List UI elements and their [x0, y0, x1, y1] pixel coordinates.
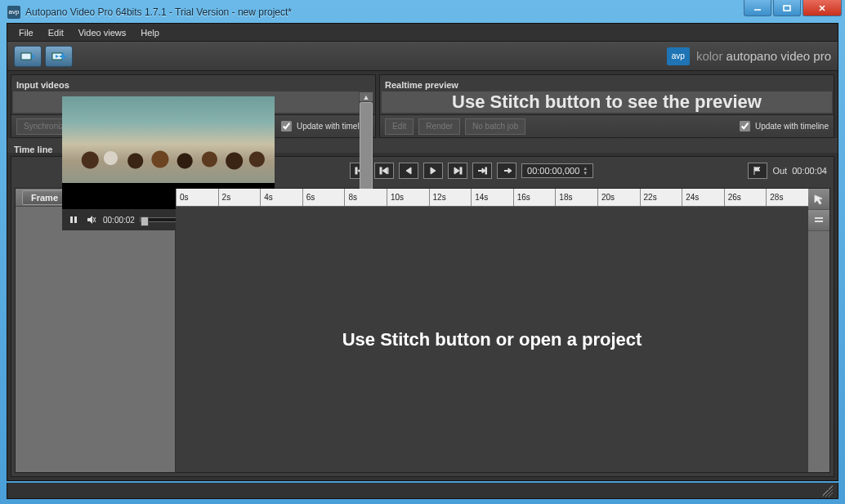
- statusbar: [7, 483, 838, 499]
- pointer-tool[interactable]: [808, 189, 829, 210]
- menu-file[interactable]: File: [12, 25, 40, 40]
- tick: 0s: [176, 189, 218, 206]
- menubar: File Edit Video views Help: [7, 24, 838, 42]
- frame-button[interactable]: Frame: [22, 190, 67, 205]
- svg-rect-4: [21, 53, 31, 60]
- tick: 28s: [766, 189, 808, 206]
- svg-marker-22: [454, 167, 459, 174]
- timecode-field[interactable]: 00:00:00,000 ▲▼: [521, 163, 593, 178]
- timeline-track-header: Frame: [16, 189, 176, 472]
- svg-marker-18: [382, 167, 387, 174]
- play-button[interactable]: [423, 163, 443, 179]
- svg-rect-11: [74, 216, 77, 223]
- titlebar[interactable]: avp Autopano Video Pro 64bits 1.7.1 - Tr…: [1, 1, 844, 24]
- window-title: Autopano Video Pro 64bits 1.7.1 - Trial …: [25, 7, 292, 18]
- preview-message: Use Stitch button to see the preview: [452, 91, 762, 113]
- svg-rect-15: [355, 167, 357, 174]
- play-back-button[interactable]: [399, 163, 418, 179]
- svg-rect-1: [784, 6, 790, 11]
- menu-edit[interactable]: Edit: [42, 25, 70, 40]
- add-video-icon: [51, 51, 66, 62]
- menu-video-views[interactable]: Video views: [72, 25, 133, 40]
- tick: 4s: [260, 189, 302, 206]
- svg-marker-20: [406, 167, 411, 174]
- tick: 12s: [429, 189, 472, 206]
- timeline-title: Time line: [14, 145, 52, 154]
- toolbar-btn-1[interactable]: [14, 46, 42, 67]
- window-maximize-button[interactable]: [773, 0, 801, 16]
- scroll-up-icon[interactable]: ▲: [359, 91, 373, 102]
- goto-out-button[interactable]: [497, 163, 516, 179]
- svg-marker-5: [32, 54, 35, 59]
- edit-button[interactable]: Edit: [385, 118, 414, 135]
- timeline-tool-column: [808, 189, 829, 472]
- window-minimize-button[interactable]: [744, 0, 771, 16]
- timeline-message: Use Stitch button or open a project: [342, 329, 642, 350]
- pause-button[interactable]: [67, 213, 80, 226]
- toolbar: avp kolor autopano video pro: [7, 42, 838, 71]
- tick: 8s: [344, 189, 387, 206]
- panel-preview-title: Realtime preview: [385, 80, 458, 90]
- out-time: 00:00:04: [792, 166, 827, 176]
- menu-help[interactable]: Help: [134, 25, 166, 40]
- svg-marker-25: [482, 168, 485, 173]
- tick: 18s: [555, 189, 597, 206]
- preview-update-timeline-checkbox[interactable]: Update with timeline: [740, 121, 829, 132]
- toolbar-btn-2[interactable]: [45, 46, 73, 67]
- svg-marker-21: [431, 167, 436, 174]
- tick: 14s: [471, 189, 513, 206]
- svg-rect-26: [485, 167, 487, 174]
- wizard-icon: [20, 51, 35, 62]
- tick: 26s: [724, 189, 767, 206]
- batch-button[interactable]: No batch job: [465, 118, 525, 135]
- svg-marker-12: [87, 216, 92, 224]
- tick: 2s: [218, 189, 261, 206]
- set-out-flag-button[interactable]: [748, 163, 767, 179]
- tick: 22s: [640, 189, 682, 206]
- svg-rect-17: [380, 167, 382, 174]
- window-frame: avp Autopano Video Pro 64bits 1.7.1 - Tr…: [0, 0, 845, 504]
- panel-input-title: Input videos: [16, 80, 69, 90]
- video-preview-image: [62, 96, 275, 183]
- step-forward-button[interactable]: [448, 163, 467, 179]
- step-back-button[interactable]: [374, 163, 394, 179]
- video-time-current: 00:00:02: [103, 216, 135, 225]
- input-update-timeline-checkbox[interactable]: Update with timeline: [281, 121, 370, 132]
- timeline-ruler[interactable]: 0s 2s 4s 6s 8s 10s 12s 14s 16s 18s 20s 2…: [176, 189, 808, 207]
- resize-grip-icon[interactable]: [821, 485, 833, 497]
- mute-button[interactable]: [85, 213, 98, 226]
- app-content: File Edit Video views Help avp kolor aut…: [7, 23, 838, 481]
- brand-badge: avp: [667, 47, 690, 65]
- svg-marker-28: [508, 168, 512, 173]
- spinner-icon[interactable]: ▲▼: [583, 166, 588, 176]
- svg-rect-10: [70, 216, 73, 223]
- app-icon: avp: [7, 6, 20, 19]
- tick: 16s: [513, 189, 556, 206]
- out-label: Out: [772, 166, 787, 176]
- goto-in-button[interactable]: [472, 163, 492, 179]
- tick: 24s: [682, 189, 724, 206]
- svg-rect-23: [460, 167, 462, 174]
- input-scrollbar[interactable]: ▲ ▼: [359, 91, 373, 113]
- brand: avp kolor autopano video pro: [667, 47, 831, 65]
- brand-text: kolor autopano video pro: [696, 49, 831, 63]
- tick: 20s: [597, 189, 640, 206]
- tick: 6s: [302, 189, 345, 206]
- panel-realtime-preview: Realtime preview Use Stitch button to se…: [379, 74, 834, 138]
- tick: 10s: [387, 189, 429, 206]
- panel-input-videos: Input videos 00:00:02 00:: [11, 74, 376, 138]
- window-close-button[interactable]: [803, 0, 842, 16]
- render-button[interactable]: Render: [418, 118, 460, 135]
- razor-tool[interactable]: [808, 210, 829, 231]
